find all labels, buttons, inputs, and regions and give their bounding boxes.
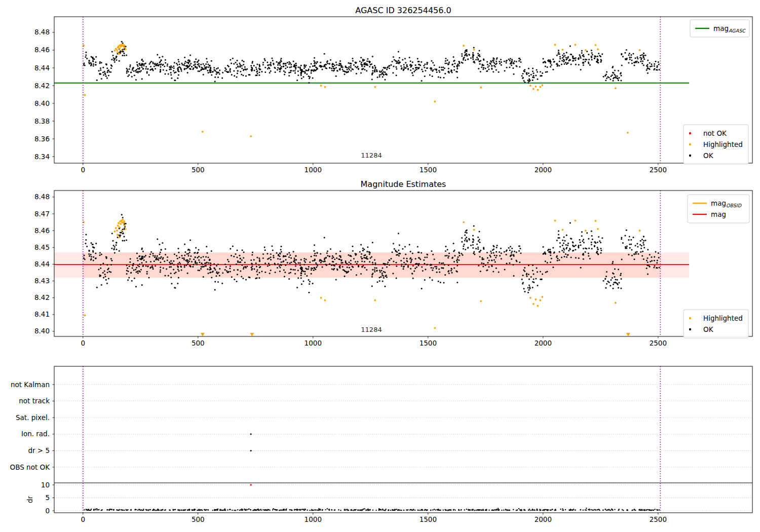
y-tick-label: 8.42 <box>34 82 50 90</box>
legend-label: OK <box>703 151 714 160</box>
legend-label: Highlighted <box>703 314 743 322</box>
x-tick-label: 0 <box>81 339 85 347</box>
clipped-low-markers <box>201 333 630 336</box>
x-tick-label: 2500 <box>650 515 667 523</box>
dr-points <box>84 508 660 511</box>
y-tick-label: 8.47 <box>34 210 50 218</box>
legend-label: OK <box>703 325 714 333</box>
flag-row-label: dr > 5 <box>28 446 50 454</box>
legend-mag-agasc: magAGASC <box>690 20 749 37</box>
ok-points <box>83 41 660 84</box>
x-tick-label: 1000 <box>305 515 322 523</box>
legend-point-status: HighlightedOK <box>683 310 748 338</box>
flag-row-label: Ion. rad. <box>21 430 50 438</box>
x-tick-label: 2000 <box>535 166 552 174</box>
dr-tick-label: 10 <box>41 481 50 489</box>
dr-tick-label: 5 <box>45 493 50 502</box>
legend-label: mag <box>711 210 726 218</box>
y-axis-ticks: not Kalmannot trackSat. pixel.Ion. rad.d… <box>10 381 54 515</box>
y-tick-label: 8.43 <box>34 277 50 285</box>
dr-tick-label: 0 <box>45 507 50 515</box>
figure-canvas: 050010001500200025008.488.468.448.428.40… <box>0 0 760 532</box>
y-axis-ticks: 8.488.478.468.458.448.438.428.418.40 <box>34 193 54 335</box>
x-tick-label: 500 <box>192 339 205 347</box>
x-tick-label: 1500 <box>420 515 437 523</box>
magnitude-plots-svg: 050010001500200025008.488.468.448.428.40… <box>0 0 760 532</box>
dr-outlier-not-ok <box>250 484 252 485</box>
panel1-obsid-label: 11284 <box>361 151 382 159</box>
x-axis-ticks: 05001000150020002500 <box>81 513 667 523</box>
x-tick-label: 500 <box>192 166 205 174</box>
flag-gridlines <box>54 385 752 511</box>
legend-point-status: not OKHighlightedOK <box>683 125 748 164</box>
y-tick-label: 8.40 <box>34 327 50 335</box>
x-tick-label: 2000 <box>535 339 552 347</box>
x-tick-label: 0 <box>81 515 85 523</box>
panel1-title: AGASC ID 326254456.0 <box>355 6 451 15</box>
y-tick-label: 8.46 <box>34 46 50 54</box>
x-tick-label: 1500 <box>420 339 437 347</box>
legend-label: not OK <box>703 129 727 137</box>
legend-dot-sample <box>689 328 691 330</box>
y-tick-label: 8.34 <box>34 153 50 161</box>
x-tick-label: 1000 <box>305 166 322 174</box>
x-axis-ticks: 05001000150020002500 <box>81 336 667 347</box>
x-axis-ticks: 05001000150020002500 <box>81 163 667 174</box>
panel-flags-dr: 05001000150020002500not Kalmannot trackS… <box>10 366 752 523</box>
y-tick-label: 8.36 <box>34 135 50 143</box>
x-tick-label: 0 <box>81 166 85 174</box>
panel-magnitude-estimates: 050010001500200025008.488.478.468.458.44… <box>34 191 752 347</box>
x-tick-label: 1500 <box>420 166 437 174</box>
y-tick-label: 8.41 <box>34 310 50 318</box>
y-tick-label: 8.44 <box>34 64 50 72</box>
y-tick-label: 8.48 <box>34 28 50 36</box>
panel-agasc-mag: 050010001500200025008.488.468.448.428.40… <box>34 17 752 174</box>
panel2-title: Magnitude Estimates <box>361 179 446 189</box>
panel3-ylabel-dr: dr <box>26 496 34 503</box>
flag-points <box>250 433 252 451</box>
legend-dot-sample <box>689 317 691 319</box>
y-tick-label: 8.45 <box>34 243 50 251</box>
x-tick-label: 2500 <box>650 166 667 174</box>
panel2-obsid-label: 11284 <box>361 326 382 333</box>
flag-row-label: not Kalman <box>11 381 50 389</box>
x-tick-label: 1000 <box>305 339 322 347</box>
y-tick-label: 8.42 <box>34 293 50 301</box>
x-tick-label: 2500 <box>650 339 667 347</box>
flag-row-label: OBS not OK <box>10 463 51 471</box>
legend-dot-sample <box>689 155 691 157</box>
y-axis-ticks: 8.488.468.448.428.408.388.368.34 <box>34 28 54 160</box>
y-tick-label: 8.38 <box>34 117 50 125</box>
legend-mag-lines: magOBSIDmag <box>688 195 749 223</box>
flag-row-label: Sat. pixel. <box>16 413 50 422</box>
x-tick-label: 2000 <box>535 515 552 523</box>
legend-dot-sample <box>689 132 691 134</box>
legend-dot-sample <box>689 143 691 145</box>
y-tick-label: 8.44 <box>34 260 50 268</box>
y-tick-label: 8.48 <box>34 193 50 201</box>
y-tick-label: 8.46 <box>34 226 50 235</box>
y-tick-label: 8.40 <box>34 99 50 107</box>
legend-label: Highlighted <box>703 140 743 148</box>
x-tick-label: 500 <box>192 515 205 523</box>
flag-row-label: not track <box>19 397 50 405</box>
